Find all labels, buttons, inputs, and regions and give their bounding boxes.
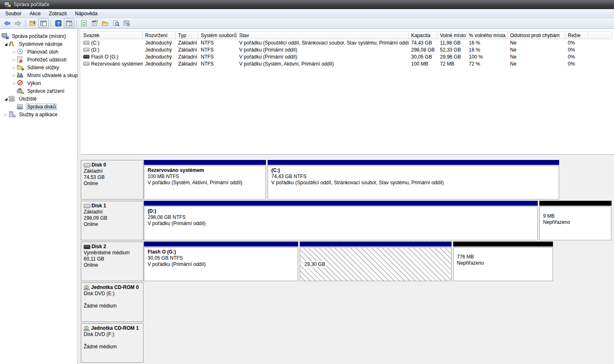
volume-row-system-reserved[interactable]: Rezervováno systémem Jednoduchý Základní… — [81, 60, 612, 67]
console-tree-toggle-icon[interactable] — [38, 19, 49, 28]
drive-media-type: Disk DVD (F:) — [84, 331, 141, 338]
partition-state: V pořádku (Primární oddíl) — [148, 221, 534, 227]
tree-item-device-manager[interactable]: Správce zařízení — [0, 87, 78, 95]
volume-name: (C:) — [91, 40, 99, 46]
tree-item-label: Sdílené složky — [26, 64, 60, 71]
volume-free-pct: 100 % — [466, 54, 508, 60]
toolbar: ? — [0, 18, 614, 29]
column-header-free-pct[interactable]: % volného místa — [466, 32, 508, 39]
disk-graphical-view: Disk 0 Základní 74,53 GB Online Rezervov… — [80, 154, 614, 364]
volume-overhead: 0% — [565, 61, 588, 67]
properties-icon[interactable] — [89, 19, 100, 28]
disk2-label[interactable]: Disk 2 Vyměnitelné médium 60,11 GB Onlin… — [81, 242, 144, 281]
forward-icon[interactable] — [13, 19, 23, 28]
disk-size: 74,53 GB — [84, 174, 141, 181]
tree-item-performance[interactable]: Výkon — [0, 79, 78, 87]
volume-free-pct: 72 % — [466, 61, 508, 67]
expand-expander-icon[interactable] — [12, 81, 17, 85]
expand-expander-icon[interactable] — [12, 58, 17, 62]
back-icon[interactable] — [2, 19, 12, 28]
volume-row-d[interactable]: (D:) Jednoduchý Základní NTFS V pořádku … — [81, 46, 612, 53]
partition-flash-g[interactable]: Flash O (G:) 30,05 GB NTFS V pořádku (Pr… — [144, 242, 298, 281]
svg-text:?: ? — [57, 21, 60, 26]
tree-item-event-viewer[interactable]: Prohlížeč událostí — [0, 56, 78, 63]
expand-expander-icon[interactable] — [12, 50, 17, 54]
volume-type: Základní — [176, 54, 198, 60]
disk-status: Online — [84, 181, 141, 187]
volume-list: Svazek Rozvržení Typ Systém souborů Stav… — [80, 29, 614, 154]
expand-expander-icon[interactable] — [12, 73, 17, 77]
partition-d[interactable]: (D:) 298,08 GB NTFS V pořádku (Primární … — [144, 201, 538, 240]
volume-list-header: Svazek Rozvržení Typ Systém souborů Stav… — [81, 31, 612, 39]
partition-system-reserved[interactable]: Rezervováno systémem 100 MB NTFS V pořád… — [144, 160, 266, 200]
action-pane-toggle-icon[interactable] — [64, 19, 74, 28]
unallocated-space-9mb[interactable]: 9 MB Nepřiřazeno — [539, 201, 612, 240]
computer-management-app-icon — [4, 2, 11, 7]
cdrom0-label[interactable]: Jednotka CD-ROM 0 Disk DVD (E:) . Žádné … — [81, 282, 144, 322]
refresh-icon[interactable] — [79, 19, 89, 28]
disk0-label[interactable]: Disk 0 Základní 74,53 GB Online — [81, 160, 144, 200]
column-header-filesystem[interactable]: Systém souborů — [198, 32, 237, 39]
pane-splitter[interactable] — [78, 29, 80, 364]
column-header-capacity[interactable]: Kapacita — [409, 32, 438, 39]
tree-item-storage[interactable]: Úložiště — [0, 95, 78, 103]
tree-item-local-users-groups[interactable]: Místní uživatelé a skupiny — [0, 71, 78, 79]
disk-icon — [84, 204, 90, 208]
column-header-volume[interactable]: Svazek — [81, 32, 143, 39]
volume-fault-tolerance: Ne — [508, 54, 565, 60]
drive-media-type: Disk DVD (E:) — [84, 291, 141, 297]
tree-item-disk-management[interactable]: Správa disků — [0, 103, 78, 110]
volume-fault-tolerance: Ne — [508, 47, 565, 53]
partition-color-bar — [144, 201, 538, 206]
partition-hatched-29gb[interactable]: 29,30 GB — [300, 242, 452, 281]
disk0-row: Disk 0 Základní 74,53 GB Online Rezervov… — [81, 160, 614, 200]
volume-capacity: 30,05 GB — [409, 54, 438, 60]
drive-name: Jednotka CD-ROM 0 — [91, 284, 139, 291]
unallocated-color-bar — [453, 242, 553, 247]
menu-action[interactable]: Akce — [26, 9, 45, 18]
partition-size: 74,43 GB NTFS — [271, 174, 555, 180]
column-header-status[interactable]: Stav — [237, 32, 409, 39]
open-folder-icon[interactable] — [100, 19, 111, 28]
volume-type: Základní — [176, 40, 198, 46]
tree-item-system-tools[interactable]: Systémové nástroje — [0, 40, 78, 48]
volume-status: V pořádku (Systém, Aktivní, Primární odd… — [237, 61, 409, 67]
volume-overhead: 0% — [565, 54, 588, 60]
tree-item-computer-management[interactable]: Správa počítače (místní) — [0, 32, 78, 40]
help-icon[interactable]: ? — [53, 19, 64, 28]
volume-overhead: 0% — [565, 40, 588, 46]
volume-row-c[interactable]: (C:) Jednoduchý Základní NTFS V pořádku … — [81, 39, 612, 46]
volume-filesystem: NTFS — [198, 40, 237, 46]
up-folder-icon[interactable] — [28, 19, 38, 28]
menu-view[interactable]: Zobrazit — [45, 9, 71, 18]
menu-file[interactable]: Soubor — [1, 9, 26, 18]
column-header-layout[interactable]: Rozvržení — [143, 32, 176, 39]
column-header-type[interactable]: Typ — [176, 32, 198, 39]
tree-item-task-scheduler[interactable]: Plánovač úloh — [0, 48, 78, 56]
volume-capacity: 74,43 GB — [409, 40, 438, 46]
partition-c[interactable]: (C:) 74,43 GB NTFS V pořádku (Spouštěcí … — [268, 160, 559, 200]
menu-help[interactable]: Nápověda — [71, 9, 102, 18]
column-header-fault-tolerance[interactable]: Odolnost proti chybám — [508, 32, 565, 39]
collapse-expander-icon[interactable] — [3, 97, 9, 101]
unallocated-space-776mb[interactable]: 776 MB Nepřiřazeno — [453, 242, 553, 281]
tree-item-shared-folders[interactable]: Sdílené složky — [0, 63, 78, 71]
column-header-free-space[interactable]: Volné místo — [438, 32, 466, 39]
expand-expander-icon[interactable] — [3, 113, 9, 117]
computer-icon — [2, 33, 9, 39]
disk-management-icon — [17, 103, 24, 110]
volume-row-flash-g[interactable]: Flash O (G:) Jednoduchý Základní NTFS V … — [81, 53, 612, 60]
expand-expander-icon[interactable] — [12, 66, 17, 70]
disk-settings-icon[interactable] — [122, 19, 132, 28]
volume-capacity: 298,08 GB — [409, 47, 438, 53]
volume-filesystem: NTFS — [198, 61, 237, 67]
disk1-label[interactable]: Disk 1 Základní 298,09 GB Online — [81, 201, 144, 240]
collapse-expander-icon[interactable] — [3, 42, 9, 46]
unallocated-size: 776 MB — [457, 254, 549, 260]
tree-item-services-applications[interactable]: Služby a aplikace — [0, 110, 78, 118]
partition-state: V pořádku (Systém, Aktivní, Primární odd… — [148, 180, 262, 186]
find-icon[interactable] — [111, 19, 121, 28]
cdrom1-label[interactable]: Jednotka CD-ROM 1 Disk DVD (F:) . Žádné … — [81, 323, 144, 363]
unallocated-color-bar — [539, 201, 612, 206]
column-header-overhead[interactable]: Režie — [565, 32, 588, 39]
